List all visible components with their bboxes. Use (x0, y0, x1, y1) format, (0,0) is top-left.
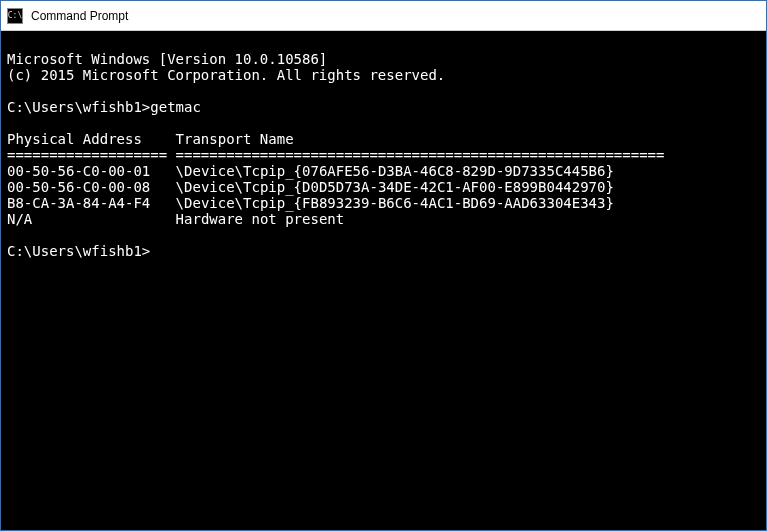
prompt-line-2: C:\Users\wfishb1> (7, 243, 150, 259)
prompt-path: C:\Users\wfishb1> (7, 99, 150, 115)
table-row: 00-50-56-C0-00-01 \Device\Tcpip_{076AFE5… (7, 163, 614, 179)
command-entered: getmac (150, 99, 201, 115)
table-row: B8-CA-3A-84-A4-F4 \Device\Tcpip_{FB89323… (7, 195, 614, 211)
table-header: Physical Address Transport Name (7, 131, 294, 147)
blank-line (7, 227, 15, 243)
prompt-line-1: C:\Users\wfishb1>getmac (7, 99, 201, 115)
terminal-output[interactable]: Microsoft Windows [Version 10.0.10586] (… (1, 31, 766, 263)
cmd-icon: C:\ (7, 8, 23, 24)
table-separator: =================== ====================… (7, 147, 664, 163)
row-physical: 00-50-56-C0-00-08 (7, 179, 150, 195)
row-physical: B8-CA-3A-84-A4-F4 (7, 195, 150, 211)
version-line: Microsoft Windows [Version 10.0.10586] (7, 51, 327, 67)
row-transport: \Device\Tcpip_{076AFE56-D3BA-46C8-829D-9… (176, 163, 614, 179)
blank-line (7, 83, 15, 99)
blank-line (7, 115, 15, 131)
row-transport: \Device\Tcpip_{FB893239-B6C6-4AC1-BD69-A… (176, 195, 614, 211)
row-physical: N/A (7, 211, 32, 227)
row-transport: \Device\Tcpip_{D0D5D73A-34DE-42C1-AF00-E… (176, 179, 614, 195)
header-physical: Physical Address (7, 131, 142, 147)
table-row: 00-50-56-C0-00-08 \Device\Tcpip_{D0D5D73… (7, 179, 614, 195)
prompt-path: C:\Users\wfishb1> (7, 243, 150, 259)
cmd-window: C:\ Command Prompt Microsoft Windows [Ve… (0, 0, 767, 531)
row-physical: 00-50-56-C0-00-01 (7, 163, 150, 179)
titlebar[interactable]: C:\ Command Prompt (1, 1, 766, 31)
row-transport: Hardware not present (176, 211, 345, 227)
header-transport: Transport Name (176, 131, 294, 147)
table-row: N/A Hardware not present (7, 211, 344, 227)
window-title: Command Prompt (31, 9, 128, 23)
copyright-line: (c) 2015 Microsoft Corporation. All righ… (7, 67, 445, 83)
